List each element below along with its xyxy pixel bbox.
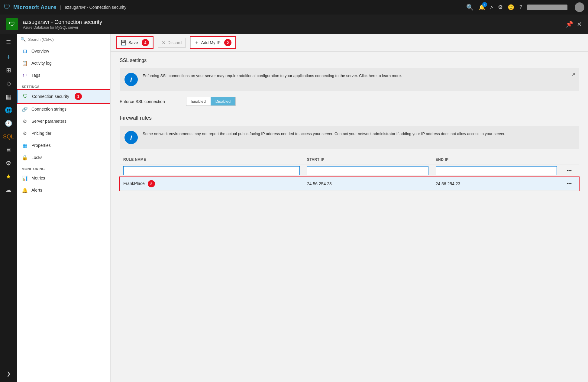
cloud-icon[interactable]: ☁ bbox=[1, 184, 16, 196]
user-avatar[interactable] bbox=[575, 2, 584, 12]
input-row-ellipsis-btn[interactable]: ••• bbox=[564, 167, 574, 174]
save-button[interactable]: 💾 Save 4 bbox=[117, 37, 153, 48]
sidebar-item-server-parameters[interactable]: ⚙ Server parameters bbox=[17, 115, 110, 127]
clock-icon[interactable]: 🕐 bbox=[1, 117, 16, 129]
badge-three: 3 bbox=[148, 180, 155, 187]
expand-sidebar-icon[interactable]: ❯ bbox=[1, 367, 16, 380]
brand-name: Microsoft Azure bbox=[13, 4, 57, 11]
content-area: 💾 Save 4 ✕ Discard ＋ Add My IP 2 SSL set… bbox=[111, 34, 588, 382]
col-actions bbox=[561, 155, 579, 164]
brand-logo-area: 🛡 Microsoft Azure bbox=[4, 3, 57, 11]
globe-icon[interactable]: 🌐 bbox=[1, 104, 16, 116]
sidebar-item-overview[interactable]: ⊡ Overview bbox=[17, 45, 110, 57]
star-icon[interactable]: ★ bbox=[1, 170, 16, 183]
save-icon: 💾 bbox=[121, 40, 127, 46]
start-ip-cell: 24.56.254.23 bbox=[303, 177, 432, 191]
end-ip-input[interactable] bbox=[436, 166, 557, 175]
discard-button[interactable]: ✕ Discard bbox=[158, 38, 186, 48]
connection-security-icon: 🛡 bbox=[22, 93, 28, 99]
sidebar-item-metrics[interactable]: 📊 Metrics bbox=[17, 172, 110, 184]
discard-icon: ✕ bbox=[162, 40, 166, 46]
resource-title: azsugarsvr - Connection security bbox=[23, 19, 561, 25]
ssl-info-text: Enforcing SSL connections on your server… bbox=[143, 73, 574, 79]
sidebar-item-connection-security[interactable]: 🛡 Connection security 1 bbox=[17, 90, 110, 103]
cloud-shell-icon[interactable]: > bbox=[490, 4, 493, 11]
notification-badge: 3 bbox=[482, 2, 487, 7]
top-nav-bar: 🛡 Microsoft Azure | azsugarsvr - Connect… bbox=[0, 0, 588, 15]
connection-strings-icon: 🔗 bbox=[22, 106, 28, 112]
nav-separator: | bbox=[60, 5, 61, 10]
nav-sidebar: 🔍 ⊡ Overview 📋 Activity log 🏷 Tags SETTI… bbox=[17, 34, 111, 382]
row-ellipsis-btn[interactable]: ••• bbox=[564, 180, 574, 187]
main-layout: ☰ ＋ ⊞ ◇ ▦ 🌐 🕐 SQL 🖥 ⚙ ★ ☁ ❯ 🔍 ⊡ Overview… bbox=[0, 34, 588, 382]
tags-icon: 🏷 bbox=[22, 72, 28, 78]
input-row-actions: ••• bbox=[561, 164, 579, 177]
start-ip-input[interactable] bbox=[307, 166, 428, 175]
content-toolbar: 💾 Save 4 ✕ Discard ＋ Add My IP 2 bbox=[111, 34, 588, 52]
metrics-icon: 📊 bbox=[22, 175, 28, 181]
ssl-external-link-icon[interactable]: ↗ bbox=[571, 72, 575, 77]
badge-four: 4 bbox=[142, 39, 149, 46]
rule-name-input-cell bbox=[120, 164, 303, 177]
services-icon[interactable]: ◇ bbox=[1, 77, 16, 89]
close-icon[interactable]: ✕ bbox=[577, 21, 582, 28]
end-ip-input-cell bbox=[432, 164, 561, 177]
add-my-ip-button[interactable]: ＋ Add My IP 2 bbox=[190, 37, 235, 48]
dashboard-icon[interactable]: ⊞ bbox=[1, 64, 16, 76]
sidebar-item-activity-log[interactable]: 📋 Activity log bbox=[17, 57, 110, 69]
pin-icon[interactable]: 📌 bbox=[566, 21, 573, 28]
azure-shield-icon: 🛡 bbox=[4, 3, 10, 11]
tags-label: Tags bbox=[31, 73, 40, 78]
add-ip-label: Add My IP bbox=[201, 40, 221, 45]
firewall-rules-table: RULE NAME START IP END IP bbox=[120, 155, 579, 191]
firewall-info-box: i Some network environments may not repo… bbox=[120, 126, 579, 149]
nav-search-input[interactable] bbox=[28, 37, 107, 42]
rule-name-value: FrankPlace bbox=[123, 181, 145, 186]
firewall-section-title: Firewall rules bbox=[120, 115, 579, 121]
sidebar-item-locks[interactable]: 🔒 Locks bbox=[17, 151, 110, 163]
search-icon[interactable]: 🔍 bbox=[466, 4, 474, 11]
feedback-smiley-icon[interactable]: 🙂 bbox=[508, 4, 514, 11]
ssl-enabled-btn[interactable]: Enabled bbox=[186, 97, 211, 105]
help-icon[interactable]: ? bbox=[519, 4, 522, 11]
resource-header: 🛡 azsugarsvr - Connection security Azure… bbox=[0, 15, 588, 34]
firewall-info-text: Some network environments may not report… bbox=[143, 131, 574, 137]
rule-name-input[interactable] bbox=[123, 166, 300, 175]
top-nav-icons: 🔍 🔔 3 > ⚙ 🙂 ? ████████ bbox=[466, 2, 584, 12]
gear-cog-icon[interactable]: ⚙ bbox=[1, 157, 16, 169]
firewall-table-row[interactable]: FrankPlace 3 24.56.254.23 24.56.254.23 •… bbox=[120, 177, 579, 191]
overview-icon: ⊡ bbox=[22, 48, 28, 54]
settings-gear-icon[interactable]: ⚙ bbox=[498, 4, 503, 11]
properties-label: Properties bbox=[31, 143, 51, 148]
hamburger-menu-icon[interactable]: ☰ bbox=[1, 36, 16, 48]
connection-security-label: Connection security bbox=[32, 94, 69, 99]
database-icon[interactable]: SQL bbox=[1, 131, 16, 143]
rule-name-cell: FrankPlace 3 bbox=[120, 177, 303, 191]
add-resource-icon[interactable]: ＋ bbox=[1, 51, 16, 63]
overview-label: Overview bbox=[31, 49, 49, 53]
server-params-icon: ⚙ bbox=[22, 118, 28, 124]
sidebar-item-pricing-tier[interactable]: ⚙ Pricing tier bbox=[17, 127, 110, 139]
sidebar-item-alerts[interactable]: 🔔 Alerts bbox=[17, 184, 110, 196]
notification-icon[interactable]: 🔔 3 bbox=[479, 4, 485, 11]
sidebar-item-connection-strings[interactable]: 🔗 Connection strings bbox=[17, 103, 110, 115]
end-ip-value: 24.56.254.23 bbox=[436, 181, 460, 186]
resource-header-actions: 📌 ✕ bbox=[566, 21, 582, 28]
badge-two: 2 bbox=[224, 39, 231, 46]
locks-icon: 🔒 bbox=[22, 154, 28, 160]
firewall-table-header: RULE NAME START IP END IP bbox=[120, 155, 579, 164]
firewall-input-row: ••• bbox=[120, 164, 579, 177]
user-account-text: ████████ bbox=[527, 5, 567, 10]
end-ip-cell: 24.56.254.23 bbox=[432, 177, 561, 191]
ssl-disabled-btn[interactable]: Disabled bbox=[211, 97, 236, 105]
nav-scroll-area: ⊡ Overview 📋 Activity log 🏷 Tags SETTING… bbox=[17, 45, 110, 382]
sidebar-item-properties[interactable]: ▦ Properties bbox=[17, 139, 110, 151]
activity-log-label: Activity log bbox=[31, 61, 52, 66]
monitor-icon[interactable]: 🖥 bbox=[1, 144, 16, 156]
pricing-tier-label: Pricing tier bbox=[31, 131, 51, 136]
alerts-label: Alerts bbox=[31, 188, 42, 193]
content-body: SSL settings i Enforcing SSL connections… bbox=[111, 52, 588, 197]
sidebar-item-tags[interactable]: 🏷 Tags bbox=[17, 69, 110, 81]
grid-icon[interactable]: ▦ bbox=[1, 91, 16, 103]
resource-shield-icon: 🛡 bbox=[6, 18, 18, 30]
